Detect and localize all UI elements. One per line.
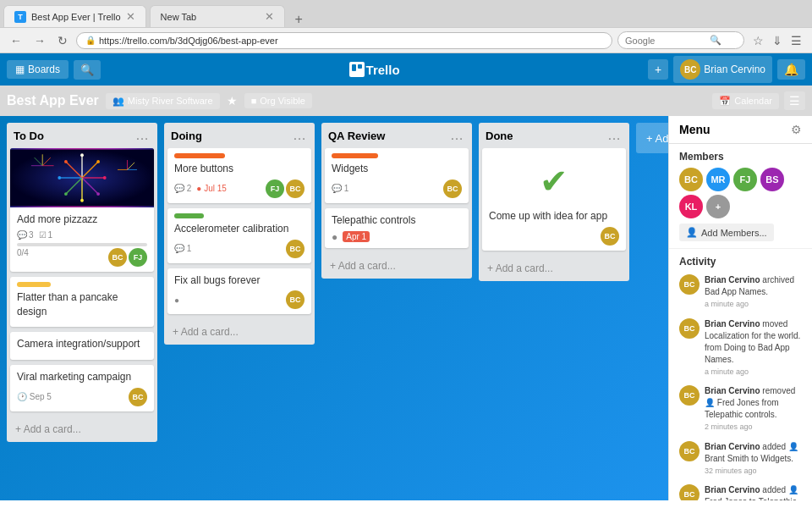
member-avatar-kl: KL bbox=[679, 195, 703, 218]
tab-close-btn[interactable]: ✕ bbox=[126, 10, 135, 23]
back-button[interactable]: ← bbox=[7, 32, 25, 49]
activity-section: Activity BC Brian Cervino archived Bad A… bbox=[669, 249, 812, 500]
forward-button[interactable]: → bbox=[30, 32, 49, 49]
boards-button[interactable]: ▦ Boards bbox=[7, 60, 69, 79]
activity-text: Brian Cervino added 👤 Fred Jones to Tele… bbox=[705, 484, 802, 500]
card-members-pizzazz: BC FJ bbox=[108, 248, 147, 267]
member-xy: FJ bbox=[129, 248, 147, 267]
card-title-camera: Camera integration/support bbox=[17, 337, 147, 351]
address-bar: ← → ↻ 🔒 https://trello.com/b/3dQdjg06/be… bbox=[0, 27, 812, 52]
header-left: ▦ Boards 🔍 bbox=[7, 60, 101, 80]
svg-point-16 bbox=[64, 192, 68, 196]
list-menu-qa[interactable]: … bbox=[448, 128, 465, 143]
card-bugs[interactable]: Fix all bugs forever ● BC bbox=[167, 268, 311, 315]
browser-actions: ☆ ⇓ ☰ bbox=[749, 32, 805, 49]
card-camera[interactable]: Camera integration/support bbox=[10, 332, 154, 360]
card-accel[interactable]: Accelerometer calibration 💬 1 BC bbox=[167, 208, 311, 263]
new-tab-button[interactable]: + bbox=[292, 12, 306, 27]
download-btn[interactable]: ⇓ bbox=[769, 32, 786, 49]
activity-time: a minute ago bbox=[705, 299, 802, 310]
card-title-viral: Viral marketing campaign bbox=[17, 370, 147, 384]
user-badge[interactable]: BC Brian Cervino bbox=[673, 56, 772, 83]
activity-text: Brian Cervino added 👤 Brant Smith to Wid… bbox=[705, 441, 802, 477]
list-cards-todo: ✎ Add more pizzazz 💬 3 ☑ 1 0/4 bbox=[7, 148, 157, 417]
add-button[interactable]: + bbox=[648, 59, 668, 80]
tab-newtab-close[interactable]: ✕ bbox=[265, 10, 274, 23]
card-title-telepathic: Telepathic controls bbox=[332, 213, 462, 228]
add-card-doing[interactable]: + Add a card... bbox=[167, 323, 311, 341]
card-meta-accel: 💬 1 BC bbox=[174, 240, 304, 258]
add-card-qa[interactable]: + Add a card... bbox=[325, 257, 469, 275]
card-comment-badge: 💬 3 bbox=[17, 230, 34, 240]
add-card-todo[interactable]: + Add a card... bbox=[10, 420, 154, 439]
add-card-done[interactable]: + Add a card... bbox=[482, 259, 626, 278]
card-buttons[interactable]: More buttons 💬 2 ● Jul 15 FJ BC bbox=[167, 148, 311, 203]
trello-header: ▦ Boards 🔍 Trello + BC Brian Cervino 🔔 bbox=[0, 53, 812, 86]
bookmark-btn[interactable]: ☆ bbox=[749, 32, 767, 49]
list-footer-doing: + Add a card... bbox=[164, 319, 315, 345]
card-viral[interactable]: Viral marketing campaign 🕑 Sep 5 BC bbox=[10, 365, 154, 411]
list-menu-todo[interactable]: … bbox=[134, 128, 151, 143]
list-title-doing: Doing bbox=[171, 130, 291, 142]
sidebar-menu-header: Menu ⚙ bbox=[669, 116, 812, 144]
card-members-accel: BC bbox=[286, 240, 304, 258]
tab-favicon: T bbox=[14, 11, 26, 23]
activity-item: BC Brian Cervino added 👤 Brant Smith to … bbox=[679, 441, 802, 477]
member-avatar-fj: FJ bbox=[733, 168, 757, 191]
browser-chrome: T Best App Ever | Trello ✕ New Tab ✕ + ←… bbox=[0, 0, 812, 53]
search-bar[interactable]: 🔍 bbox=[617, 31, 744, 49]
notification-button[interactable]: 🔔 bbox=[777, 59, 805, 80]
add-members-label: Add Members... bbox=[701, 228, 767, 238]
trello-logo: Trello bbox=[349, 62, 400, 77]
list-cards-qa: Widgets 💬 1 BC Telepathic controls ● bbox=[321, 148, 472, 253]
search-button[interactable]: 🔍 bbox=[74, 60, 101, 80]
card-label-orange-buttons bbox=[174, 153, 225, 158]
list-header-doing: Doing … bbox=[164, 123, 315, 148]
activity-avatar: BC bbox=[679, 441, 700, 461]
sidebar-settings-button[interactable]: ⚙ bbox=[791, 123, 802, 136]
card-cover-firework: ✎ bbox=[10, 148, 154, 207]
card-comment-widgets: 💬 1 bbox=[332, 184, 348, 193]
activity-time: 32 minutes ago bbox=[705, 466, 802, 477]
card-flat[interactable]: Flatter than a pancake design bbox=[10, 277, 154, 328]
list-footer-todo: + Add a card... bbox=[7, 417, 157, 442]
add-members-button[interactable]: 👤 Add Members... bbox=[679, 224, 774, 241]
list-menu-doing[interactable]: … bbox=[291, 128, 308, 143]
org-button[interactable]: ■ Org Visible bbox=[244, 93, 312, 108]
list-done: Done … ✔ Come up with idea for app BC bbox=[479, 123, 629, 281]
add-list-button[interactable]: + Add a list... bbox=[636, 123, 668, 153]
trello-app: ▦ Boards 🔍 Trello + BC Brian Cervino 🔔 B… bbox=[0, 53, 812, 500]
menu-btn[interactable]: ☰ bbox=[787, 32, 805, 49]
list-menu-done[interactable]: … bbox=[606, 128, 623, 143]
card-title-bugs: Fix all bugs forever bbox=[174, 273, 304, 288]
list-doing: Doing … More buttons 💬 2 ● Jul 15 bbox=[164, 123, 315, 345]
tab-trello[interactable]: T Best App Ever | Trello ✕ bbox=[3, 5, 146, 27]
card-idea[interactable]: ✔ Come up with idea for app BC bbox=[482, 148, 626, 251]
svg-rect-0 bbox=[352, 64, 356, 71]
card-meta-widgets: 💬 1 BC bbox=[332, 179, 462, 198]
reload-button[interactable]: ↻ bbox=[54, 32, 71, 49]
checkmark-icon: ✔ bbox=[489, 153, 619, 209]
card-pizzazz[interactable]: ✎ Add more pizzazz 💬 3 ☑ 1 0/4 bbox=[10, 148, 154, 272]
progress-bar-wrap bbox=[17, 243, 147, 246]
search-input[interactable] bbox=[625, 36, 710, 46]
user-name: Brian Cervino bbox=[704, 64, 765, 75]
list-footer-qa: + Add a card... bbox=[321, 253, 472, 279]
sidebar-members-section: Members BC MR FJ BS KL + 👤 Add Members..… bbox=[669, 144, 812, 249]
card-telepathic[interactable]: Telepathic controls ● Apr 1 bbox=[325, 208, 469, 248]
card-widgets[interactable]: Widgets 💬 1 BC bbox=[325, 148, 469, 203]
show-menu-button[interactable]: ☰ bbox=[784, 91, 805, 110]
board-team-button[interactable]: 👥 Misty River Software bbox=[106, 93, 220, 109]
activity-text: Brian Cervino removed 👤 Fred Jones from … bbox=[705, 385, 802, 433]
progress-label: 0/4 bbox=[17, 248, 29, 267]
tab-title: Best App Ever | Trello bbox=[31, 12, 121, 22]
star-button[interactable]: ★ bbox=[227, 94, 238, 108]
activity-item: BC Brian Cervino removed 👤 Fred Jones fr… bbox=[679, 385, 802, 433]
activity-title: Activity bbox=[679, 256, 802, 268]
activity-avatar: BC bbox=[679, 385, 700, 406]
tab-newtab[interactable]: New Tab ✕ bbox=[150, 5, 285, 27]
search-icon: 🔍 bbox=[710, 35, 721, 46]
calendar-button[interactable]: 📅 Calendar bbox=[712, 93, 779, 109]
url-bar[interactable]: 🔒 https://trello.com/b/3dQdjg06/best-app… bbox=[76, 32, 612, 49]
org-icon: ■ bbox=[251, 96, 257, 106]
